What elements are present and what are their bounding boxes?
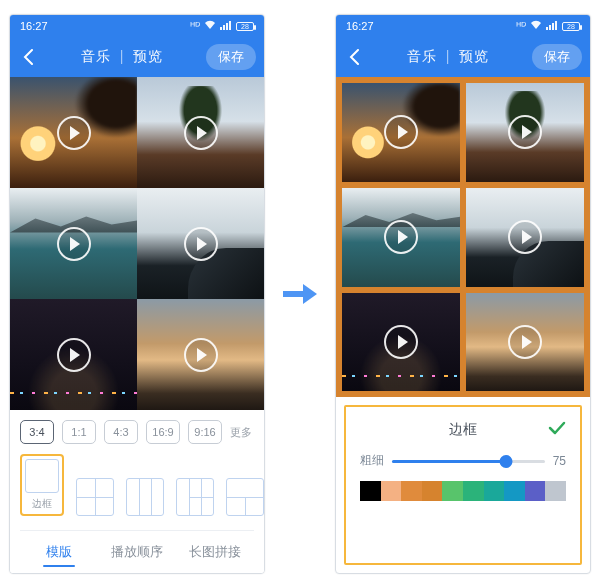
video-cell[interactable]: [10, 299, 137, 410]
save-button[interactable]: 保存: [206, 44, 256, 70]
signal-icon: [220, 20, 232, 32]
video-grid-bordered: [336, 77, 590, 397]
hd-icon: ᴴᴰ: [190, 20, 200, 33]
ratio-16-9[interactable]: 16:9: [146, 420, 180, 444]
ratio-more[interactable]: 更多: [230, 425, 254, 440]
color-swatch[interactable]: [463, 481, 484, 501]
video-cell[interactable]: [466, 293, 584, 392]
layout-row: 边框: [20, 454, 254, 516]
play-icon: [384, 220, 418, 254]
border-panel: 边框 粗细 75: [344, 405, 582, 565]
video-cell[interactable]: [10, 188, 137, 299]
confirm-button[interactable]: [542, 419, 566, 440]
status-time: 16:27: [346, 20, 374, 32]
svg-rect-1: [223, 25, 225, 30]
wifi-icon: [204, 20, 216, 32]
status-indicators: ᴴᴰ 28: [190, 20, 254, 33]
video-cell[interactable]: [137, 188, 264, 299]
header-tab-music[interactable]: 音乐: [407, 48, 437, 64]
tab-stitch[interactable]: 长图拼接: [176, 531, 254, 573]
status-indicators: ᴴᴰ 28: [516, 20, 580, 33]
ratio-9-16[interactable]: 9:16: [188, 420, 222, 444]
video-cell[interactable]: [137, 299, 264, 410]
layout-2x2[interactable]: [76, 478, 114, 516]
play-icon: [184, 338, 218, 372]
app-header: 音乐 | 预览 保存: [10, 37, 264, 77]
header-tabs: 音乐 | 预览: [372, 48, 524, 66]
header-tab-music[interactable]: 音乐: [81, 48, 111, 64]
color-swatch[interactable]: [401, 481, 422, 501]
aspect-ratio-row: 3:4 1:1 4:3 16:9 9:16 更多: [20, 420, 254, 444]
thickness-label: 粗细: [360, 452, 384, 469]
hd-icon: ᴴᴰ: [516, 20, 526, 33]
color-swatch[interactable]: [545, 481, 566, 501]
color-swatch[interactable]: [525, 481, 546, 501]
header-tabs: 音乐 | 预览: [46, 48, 198, 66]
svg-rect-3: [229, 21, 231, 30]
play-icon: [508, 115, 542, 149]
phone-before: 16:27 ᴴᴰ 28 音乐 | 预览: [9, 14, 265, 574]
svg-rect-7: [555, 21, 557, 30]
layout-border[interactable]: 边框: [20, 454, 64, 516]
play-icon: [184, 116, 218, 150]
layout-border-label: 边框: [32, 497, 52, 511]
svg-rect-6: [552, 23, 554, 30]
color-swatch[interactable]: [442, 481, 463, 501]
video-cell[interactable]: [466, 188, 584, 287]
status-time: 16:27: [20, 20, 48, 32]
video-grid: [10, 77, 264, 410]
save-button[interactable]: 保存: [532, 44, 582, 70]
ratio-3-4[interactable]: 3:4: [20, 420, 54, 444]
svg-rect-2: [226, 23, 228, 30]
play-icon: [57, 116, 91, 150]
video-cell[interactable]: [10, 77, 137, 188]
thickness-value: 75: [553, 454, 566, 468]
header-tab-preview[interactable]: 预览: [133, 48, 163, 64]
back-button[interactable]: [344, 47, 364, 67]
arrow-right-icon: [283, 284, 317, 304]
color-swatch[interactable]: [484, 481, 505, 501]
app-header: 音乐 | 预览 保存: [336, 37, 590, 77]
play-icon: [508, 325, 542, 359]
header-tab-preview[interactable]: 预览: [459, 48, 489, 64]
play-icon: [508, 220, 542, 254]
video-cell[interactable]: [342, 83, 460, 182]
border-panel-title: 边框: [384, 421, 542, 439]
tab-order[interactable]: 播放顺序: [98, 531, 176, 573]
play-icon: [57, 227, 91, 261]
template-panel: 3:4 1:1 4:3 16:9 9:16 更多 边框 模版 播放顺序: [10, 410, 264, 573]
back-button[interactable]: [18, 47, 38, 67]
bottom-tabs: 模版 播放顺序 长图拼接: [20, 530, 254, 573]
phone-after: 16:27 ᴴᴰ 28 音乐 | 预览: [335, 14, 591, 574]
status-bar: 16:27 ᴴᴰ 28: [10, 15, 264, 37]
video-cell[interactable]: [137, 77, 264, 188]
play-icon: [184, 227, 218, 261]
color-swatch[interactable]: [504, 481, 525, 501]
play-icon: [384, 115, 418, 149]
video-cell[interactable]: [466, 83, 584, 182]
video-cell[interactable]: [342, 293, 460, 392]
tab-template[interactable]: 模版: [20, 531, 98, 573]
play-icon: [384, 325, 418, 359]
wifi-icon: [530, 20, 542, 32]
thickness-row: 粗细 75: [360, 452, 566, 469]
svg-rect-4: [546, 27, 548, 30]
battery-icon: 28: [236, 22, 254, 31]
color-swatch[interactable]: [422, 481, 443, 501]
status-bar: 16:27 ᴴᴰ 28: [336, 15, 590, 37]
color-swatch[interactable]: [381, 481, 402, 501]
layout-2row-split[interactable]: [226, 478, 264, 516]
battery-icon: 28: [562, 22, 580, 31]
layout-3col[interactable]: [126, 478, 164, 516]
svg-rect-0: [220, 27, 222, 30]
signal-icon: [546, 20, 558, 32]
color-swatch[interactable]: [360, 481, 381, 501]
ratio-1-1[interactable]: 1:1: [62, 420, 96, 444]
thickness-slider[interactable]: [392, 454, 545, 468]
transition-arrow: [283, 284, 317, 304]
layout-3col-mix[interactable]: [176, 478, 214, 516]
play-icon: [57, 338, 91, 372]
ratio-4-3[interactable]: 4:3: [104, 420, 138, 444]
color-swatches: [360, 481, 566, 501]
video-cell[interactable]: [342, 188, 460, 287]
